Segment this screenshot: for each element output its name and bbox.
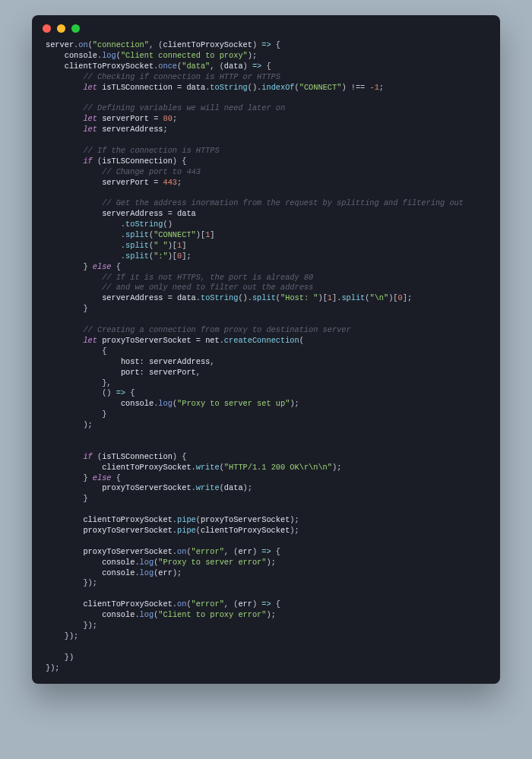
code-token: split xyxy=(125,241,149,250)
code-token xyxy=(46,431,50,440)
code-token: write xyxy=(196,463,220,472)
code-token: = xyxy=(192,336,206,345)
code-token: , ( xyxy=(210,62,224,71)
code-token: clientToProxySocket xyxy=(83,599,172,609)
code-token: )[ xyxy=(318,293,327,302)
code-token: { xyxy=(112,473,121,482)
code-token: (). xyxy=(238,293,252,302)
code-token: if xyxy=(83,157,92,166)
code-token: . xyxy=(46,230,125,239)
code-token: let xyxy=(83,336,97,345)
code-token xyxy=(46,293,102,302)
code-token: } xyxy=(46,473,93,482)
maximize-icon[interactable] xyxy=(71,24,80,33)
code-token: ; xyxy=(379,83,384,92)
code-token: data xyxy=(224,483,243,492)
code-token: ); xyxy=(290,526,299,535)
code-token: ] xyxy=(182,241,186,250)
code-token: ; xyxy=(177,178,182,187)
code-token: isTLSConnection xyxy=(102,157,173,166)
code-token: = xyxy=(163,293,178,302)
code-token: , ( xyxy=(149,40,163,49)
code-token: ]; xyxy=(182,251,191,261)
code-token: proxyToServerSocket xyxy=(201,515,290,524)
code-token: ( xyxy=(93,157,102,166)
code-token: }); xyxy=(46,578,97,587)
code-token: )[ xyxy=(388,293,397,302)
code-token: serverAddress xyxy=(102,125,163,134)
code-token: serverAddress xyxy=(102,293,163,302)
code-token: }, xyxy=(46,378,112,387)
code-token: console xyxy=(102,610,135,619)
code-token: }); xyxy=(46,621,97,630)
code-token: proxyToServerSocket xyxy=(83,547,172,556)
code-token: 443 xyxy=(163,178,178,187)
code-token xyxy=(46,368,121,377)
close-icon[interactable] xyxy=(43,24,51,33)
code-token xyxy=(46,51,65,60)
code-token: err xyxy=(238,599,252,609)
code-token: ) !== xyxy=(341,83,369,92)
code-token xyxy=(46,72,83,81)
code-token: split xyxy=(125,251,149,261)
code-token: => xyxy=(261,40,271,49)
code-token: console xyxy=(102,558,135,567)
code-token: ; xyxy=(163,125,168,134)
code-token: }) xyxy=(46,653,74,662)
code-token: log xyxy=(140,558,154,567)
code-token xyxy=(46,198,102,207)
code-token: on xyxy=(78,40,87,49)
code-token: toString xyxy=(210,83,247,92)
code-token: . xyxy=(46,251,125,261)
code-token: serverPort xyxy=(149,368,196,377)
code-token xyxy=(46,178,102,187)
code-token: , xyxy=(196,368,201,377)
window-titlebar xyxy=(32,15,500,39)
code-token: write xyxy=(196,483,220,492)
code-token xyxy=(46,167,102,176)
code-token: ) xyxy=(243,62,252,71)
code-token: } xyxy=(46,304,88,313)
code-token: ); xyxy=(332,463,341,472)
code-token: data xyxy=(177,209,196,218)
code-token: log xyxy=(140,610,154,619)
code-token: pipe xyxy=(177,515,196,524)
code-token: (). xyxy=(248,83,262,92)
code-token: { xyxy=(112,262,121,271)
code-token: "\n" xyxy=(369,293,388,302)
code-token: "CONNECT" xyxy=(299,83,342,92)
code-token: ); xyxy=(243,483,252,492)
code-token: serverPort xyxy=(102,114,149,123)
code-token xyxy=(46,283,102,292)
code-token: log xyxy=(140,568,154,577)
code-token: { xyxy=(271,599,280,609)
code-token xyxy=(46,125,83,134)
code-token: host xyxy=(121,357,140,366)
code-token: // Creating a connection from proxy to d… xyxy=(83,325,350,334)
code-token: log xyxy=(158,399,173,408)
code-token: , xyxy=(210,357,214,366)
code-token: () xyxy=(163,220,172,229)
code-token: if xyxy=(83,452,92,461)
code-token: { xyxy=(125,388,135,397)
code-token: // If the connection is HTTPS xyxy=(83,146,219,155)
code-token: )[ xyxy=(168,251,177,261)
code-token: console xyxy=(102,568,135,577)
code-token: toString xyxy=(201,293,238,302)
code-token xyxy=(46,515,83,524)
code-token: ); xyxy=(46,420,93,429)
code-token: on xyxy=(177,599,186,609)
code-token: "Client connected to proxy" xyxy=(121,51,248,60)
code-token: clientToProxySocket xyxy=(65,62,154,71)
code-token: else xyxy=(93,262,112,271)
minimize-icon[interactable] xyxy=(57,24,65,33)
code-token: { xyxy=(261,62,271,71)
code-token: = xyxy=(149,114,163,123)
code-token: let xyxy=(83,125,97,134)
code-token: }); xyxy=(46,663,60,672)
code-token: data xyxy=(224,62,243,71)
code-token: )[ xyxy=(196,230,205,239)
code-token: ":" xyxy=(154,251,168,261)
code-token: err xyxy=(238,547,252,556)
code-token: = xyxy=(163,209,178,218)
